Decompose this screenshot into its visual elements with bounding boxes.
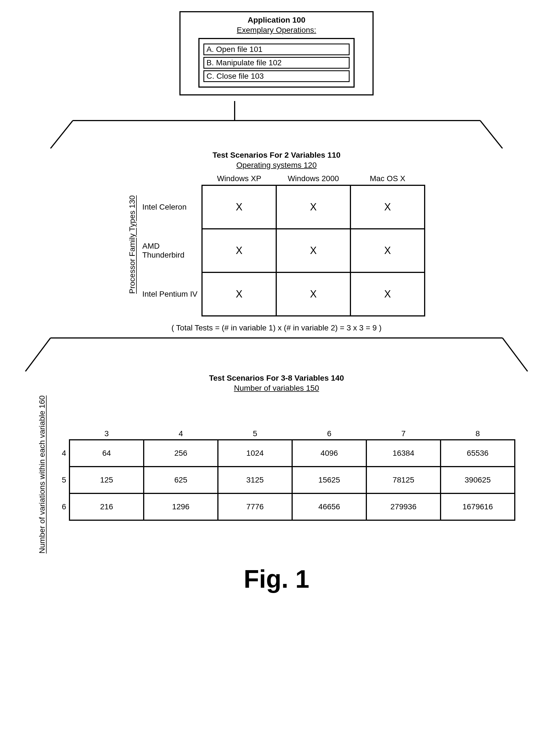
operations-group: A. Open file 101 B. Manipulate file 102 …: [199, 38, 354, 88]
matrix-cell: X: [350, 273, 425, 316]
operation-item: A. Open file 101: [204, 44, 349, 55]
row-label: AMD Thunderbird: [142, 229, 202, 273]
matrix-cell: 279936: [366, 494, 441, 520]
matrix-cell: 625: [144, 467, 218, 494]
matrix-cell: X: [202, 185, 276, 229]
row-label: 5: [52, 467, 70, 494]
scenario2-col-heading: Number of variables 150: [17, 384, 536, 393]
connector-bracket-icon: [40, 101, 514, 148]
matrix-cell: 216: [70, 494, 144, 520]
svg-line-4: [480, 121, 502, 148]
col-header: 4: [144, 428, 218, 440]
matrix-cell: 1679616: [441, 494, 515, 520]
scenario2-title: Test Scenarios For 3-8 Variables 140: [17, 374, 536, 383]
col-header: 3: [70, 428, 144, 440]
application-title: Application 100: [187, 16, 366, 24]
operation-item: B. Manipulate file 102: [204, 57, 349, 69]
col-header: 7: [366, 428, 441, 440]
connector-bracket-icon: [17, 335, 536, 371]
matrix-cell: X: [350, 229, 425, 273]
application-subtitle: Exemplary Operations:: [187, 26, 366, 34]
matrix-cell: X: [276, 273, 350, 316]
col-header: 8: [441, 428, 515, 440]
col-header: 5: [218, 428, 292, 440]
matrix-cell: 16384: [366, 440, 441, 467]
scenario1-row-heading: Processor Family Types 130: [128, 195, 137, 294]
matrix-cell: X: [276, 185, 350, 229]
row-label: Intel Pentium IV: [142, 273, 202, 316]
matrix-cell: X: [202, 229, 276, 273]
matrix-cell: 64: [70, 440, 144, 467]
matrix-cell: X: [202, 273, 276, 316]
row-label: Intel Celeron: [142, 185, 202, 229]
matrix-cell: 65536: [441, 440, 515, 467]
col-header: Windows XP: [202, 172, 276, 185]
scenario2-row-heading: Number of variations within each variabl…: [38, 395, 47, 554]
matrix-cell: 125: [70, 467, 144, 494]
scenario1-table: Windows XP Windows 2000 Mac OS X Intel C…: [142, 172, 425, 316]
matrix-cell: 3125: [218, 467, 292, 494]
matrix-cell: 46656: [292, 494, 366, 520]
matrix-cell: 390625: [441, 467, 515, 494]
matrix-cell: 256: [144, 440, 218, 467]
matrix-cell: 4096: [292, 440, 366, 467]
figure-label: Fig. 1: [17, 565, 536, 594]
scenario1-matrix: Processor Family Types 130 Windows XP Wi…: [17, 172, 536, 316]
matrix-cell: X: [350, 185, 425, 229]
scenario1-col-heading: Operating systems 120: [17, 161, 536, 170]
matrix-cell: 7776: [218, 494, 292, 520]
row-label: 4: [52, 440, 70, 467]
col-header: Mac OS X: [350, 172, 425, 185]
total-tests-formula: ( Total Tests = (# in variable 1) x (# i…: [17, 323, 536, 332]
matrix-cell: 1296: [144, 494, 218, 520]
matrix-cell: 15625: [292, 467, 366, 494]
row-label: 6: [52, 494, 70, 520]
svg-line-7: [502, 338, 528, 371]
svg-line-6: [25, 338, 51, 371]
scenario2-table: 3 4 5 6 7 8 4 64 256 1024 4096 16384 655…: [52, 428, 515, 521]
application-box: Application 100 Exemplary Operations: A.…: [179, 11, 374, 95]
svg-line-3: [51, 121, 73, 148]
col-header: Windows 2000: [276, 172, 350, 185]
scenario2-matrix: Number of variations within each variabl…: [17, 395, 536, 554]
matrix-cell: 78125: [366, 467, 441, 494]
col-header: 6: [292, 428, 366, 440]
operation-item: C. Close file 103: [204, 70, 349, 82]
matrix-cell: X: [276, 229, 350, 273]
matrix-cell: 1024: [218, 440, 292, 467]
scenario1-title: Test Scenarios For 2 Variables 110: [17, 151, 536, 160]
